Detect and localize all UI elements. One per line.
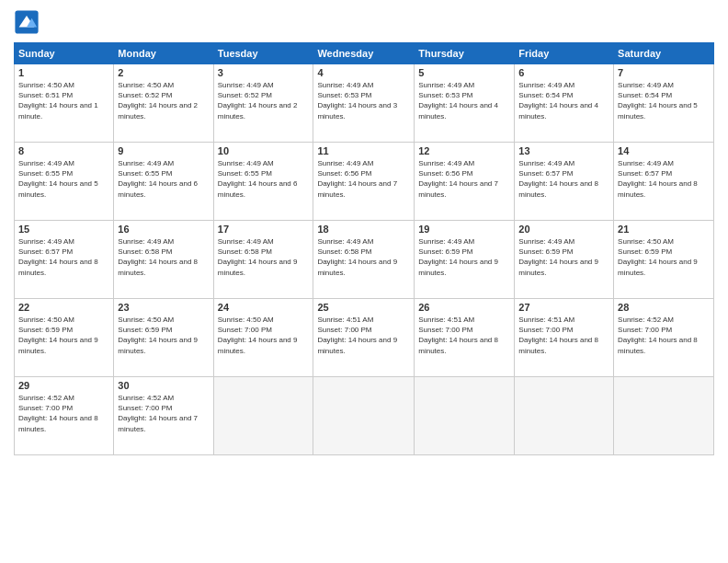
logo-icon [14,9,40,35]
day-cell: 13 Sunrise: 4:49 AM Sunset: 6:57 PM Dayl… [515,143,614,221]
day-number: 21 [618,224,710,235]
day-cell: 18 Sunrise: 4:49 AM Sunset: 6:58 PM Dayl… [313,221,415,299]
day-number: 20 [518,224,609,235]
day-cell [614,377,714,455]
calendar-header: SundayMondayTuesdayWednesdayThursdayFrid… [15,43,714,64]
day-info: Sunrise: 4:52 AM Sunset: 7:00 PM Dayligh… [618,315,710,356]
day-cell: 21 Sunrise: 4:50 AM Sunset: 6:59 PM Dayl… [614,221,714,299]
day-cell: 8 Sunrise: 4:49 AM Sunset: 6:55 PM Dayli… [15,143,114,221]
day-cell: 23 Sunrise: 4:50 AM Sunset: 6:59 PM Dayl… [114,299,213,377]
day-info: Sunrise: 4:51 AM Sunset: 7:00 PM Dayligh… [317,315,410,356]
week-row-5: 29 Sunrise: 4:52 AM Sunset: 7:00 PM Dayl… [15,377,714,455]
day-cell: 6 Sunrise: 4:49 AM Sunset: 6:54 PM Dayli… [515,64,614,143]
day-number: 19 [418,224,510,235]
day-info: Sunrise: 4:49 AM Sunset: 6:55 PM Dayligh… [118,158,209,200]
day-number: 4 [317,67,410,78]
header-row: SundayMondayTuesdayWednesdayThursdayFrid… [15,43,714,64]
day-number: 6 [518,67,609,78]
day-number: 2 [118,67,209,78]
week-row-4: 22 Sunrise: 4:50 AM Sunset: 6:59 PM Dayl… [15,299,714,377]
page: SundayMondayTuesdayWednesdayThursdayFrid… [0,0,728,563]
day-number: 5 [418,67,510,78]
day-info: Sunrise: 4:49 AM Sunset: 6:57 PM Dayligh… [18,236,109,278]
day-cell: 14 Sunrise: 4:49 AM Sunset: 6:57 PM Dayl… [614,143,714,221]
day-info: Sunrise: 4:50 AM Sunset: 7:00 PM Dayligh… [218,315,310,356]
day-number: 30 [118,380,209,391]
day-number: 17 [218,224,310,235]
day-cell: 29 Sunrise: 4:52 AM Sunset: 7:00 PM Dayl… [15,377,114,455]
day-info: Sunrise: 4:49 AM Sunset: 6:55 PM Dayligh… [218,158,310,200]
day-info: Sunrise: 4:49 AM Sunset: 6:54 PM Dayligh… [618,80,710,121]
day-cell: 7 Sunrise: 4:49 AM Sunset: 6:54 PM Dayli… [614,64,714,143]
calendar-body: 1 Sunrise: 4:50 AM Sunset: 6:51 PM Dayli… [15,64,714,455]
day-number: 10 [218,145,310,156]
day-number: 22 [18,302,109,313]
day-info: Sunrise: 4:52 AM Sunset: 7:00 PM Dayligh… [18,393,109,434]
day-cell: 3 Sunrise: 4:49 AM Sunset: 6:52 PM Dayli… [213,64,313,143]
day-cell: 20 Sunrise: 4:49 AM Sunset: 6:59 PM Dayl… [515,221,614,299]
day-info: Sunrise: 4:50 AM Sunset: 6:52 PM Dayligh… [118,80,209,121]
day-cell: 22 Sunrise: 4:50 AM Sunset: 6:59 PM Dayl… [15,299,114,377]
header-cell-wednesday: Wednesday [313,43,415,64]
day-number: 24 [218,302,310,313]
day-info: Sunrise: 4:50 AM Sunset: 6:59 PM Dayligh… [118,315,209,356]
header-cell-friday: Friday [515,43,614,64]
header-cell-tuesday: Tuesday [213,43,313,64]
day-number: 26 [418,302,510,313]
day-number: 13 [518,145,609,156]
day-cell: 27 Sunrise: 4:51 AM Sunset: 7:00 PM Dayl… [515,299,614,377]
logo [14,9,43,35]
day-number: 1 [18,67,109,78]
day-info: Sunrise: 4:49 AM Sunset: 6:58 PM Dayligh… [118,236,209,278]
day-number: 27 [518,302,609,313]
day-cell: 24 Sunrise: 4:50 AM Sunset: 7:00 PM Dayl… [213,299,313,377]
day-info: Sunrise: 4:49 AM Sunset: 6:56 PM Dayligh… [418,158,510,200]
day-info: Sunrise: 4:50 AM Sunset: 6:59 PM Dayligh… [18,315,109,356]
day-number: 15 [18,224,109,235]
day-number: 29 [18,380,109,391]
day-cell: 5 Sunrise: 4:49 AM Sunset: 6:53 PM Dayli… [415,64,515,143]
day-number: 25 [317,302,410,313]
day-info: Sunrise: 4:51 AM Sunset: 7:00 PM Dayligh… [518,315,609,356]
day-number: 7 [618,67,710,78]
header-cell-sunday: Sunday [15,43,114,64]
day-info: Sunrise: 4:49 AM Sunset: 6:52 PM Dayligh… [218,80,310,121]
calendar-table: SundayMondayTuesdayWednesdayThursdayFrid… [14,42,714,455]
week-row-3: 15 Sunrise: 4:49 AM Sunset: 6:57 PM Dayl… [15,221,714,299]
day-number: 14 [618,145,710,156]
header-cell-saturday: Saturday [614,43,714,64]
day-cell: 12 Sunrise: 4:49 AM Sunset: 6:56 PM Dayl… [415,143,515,221]
day-cell: 9 Sunrise: 4:49 AM Sunset: 6:55 PM Dayli… [114,143,213,221]
week-row-2: 8 Sunrise: 4:49 AM Sunset: 6:55 PM Dayli… [15,143,714,221]
day-info: Sunrise: 4:49 AM Sunset: 6:59 PM Dayligh… [518,236,609,278]
day-number: 28 [618,302,710,313]
day-cell: 11 Sunrise: 4:49 AM Sunset: 6:56 PM Dayl… [313,143,415,221]
day-info: Sunrise: 4:50 AM Sunset: 6:51 PM Dayligh… [18,80,109,121]
day-number: 18 [317,224,410,235]
day-number: 3 [218,67,310,78]
day-info: Sunrise: 4:49 AM Sunset: 6:53 PM Dayligh… [418,80,510,121]
week-row-1: 1 Sunrise: 4:50 AM Sunset: 6:51 PM Dayli… [15,64,714,143]
day-info: Sunrise: 4:52 AM Sunset: 7:00 PM Dayligh… [118,393,209,434]
day-number: 8 [18,145,109,156]
day-cell: 10 Sunrise: 4:49 AM Sunset: 6:55 PM Dayl… [213,143,313,221]
day-info: Sunrise: 4:49 AM Sunset: 6:55 PM Dayligh… [18,158,109,200]
day-number: 9 [118,145,209,156]
day-cell: 28 Sunrise: 4:52 AM Sunset: 7:00 PM Dayl… [614,299,714,377]
day-cell: 4 Sunrise: 4:49 AM Sunset: 6:53 PM Dayli… [313,64,415,143]
day-cell: 26 Sunrise: 4:51 AM Sunset: 7:00 PM Dayl… [415,299,515,377]
header-cell-monday: Monday [114,43,213,64]
day-cell: 2 Sunrise: 4:50 AM Sunset: 6:52 PM Dayli… [114,64,213,143]
day-cell [213,377,313,455]
day-cell [415,377,515,455]
day-cell: 25 Sunrise: 4:51 AM Sunset: 7:00 PM Dayl… [313,299,415,377]
day-info: Sunrise: 4:49 AM Sunset: 6:57 PM Dayligh… [518,158,609,200]
day-cell: 16 Sunrise: 4:49 AM Sunset: 6:58 PM Dayl… [114,221,213,299]
day-info: Sunrise: 4:51 AM Sunset: 7:00 PM Dayligh… [418,315,510,356]
day-number: 12 [418,145,510,156]
day-number: 11 [317,145,410,156]
day-info: Sunrise: 4:49 AM Sunset: 6:59 PM Dayligh… [418,236,510,278]
header [14,9,714,35]
day-number: 23 [118,302,209,313]
day-info: Sunrise: 4:49 AM Sunset: 6:56 PM Dayligh… [317,158,410,200]
